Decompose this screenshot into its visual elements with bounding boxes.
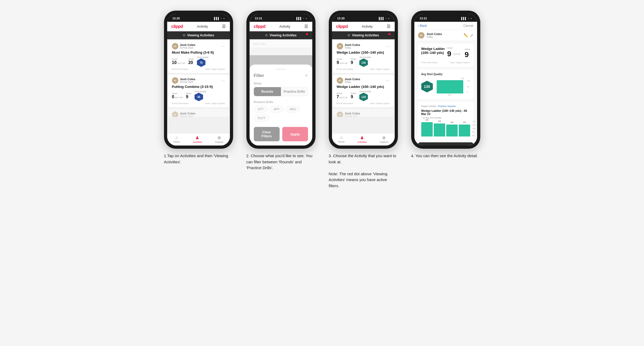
phone-1-frame: 13:20 ▐▐▐ 🔹 ▪ clippd Activity ☰ ⚙ (164, 11, 233, 149)
viewing-activities-bar-3[interactable]: ⚙ Viewing Activities (332, 31, 395, 39)
score-value-3-1: 9 OUT OF (337, 60, 348, 65)
shots-label-3-1: Shots (351, 58, 356, 60)
nav-home-1[interactable]: ⌂ Home (174, 135, 180, 143)
more-icon-1-2[interactable]: ··· (221, 78, 225, 83)
signal-icon-2: ▐▐▐ (296, 17, 301, 20)
practice-drills-toggle-button[interactable]: Practice Drills (281, 87, 308, 96)
partial-card-2: Josh Coles (251, 40, 311, 48)
viewing-activities-bar-1[interactable]: ⚙ Viewing Activities (167, 31, 230, 39)
chart-y-labels-4: 140 120 100 80 60 (472, 121, 475, 136)
close-filter-button[interactable]: ✕ (305, 73, 308, 78)
viewing-activities-label-3: Viewing Activities (352, 33, 379, 37)
nav-activities-3[interactable]: ♟ Activities (357, 135, 367, 143)
chart-title-4: Wedge Ladder (100–140 yds) - 06 Mar 23 (421, 109, 470, 116)
chip-app[interactable]: APP (270, 106, 284, 113)
user-name-4: Josh Coles (427, 32, 442, 36)
nav-capture-1[interactable]: ⊕ Capture (215, 135, 223, 143)
background-content-2: Josh Coles Filter ✕ Show Rounds (250, 39, 312, 146)
back-button-4[interactable]: ‹ Back (418, 24, 427, 28)
sq-label-3-2: Shot Quality (359, 90, 371, 93)
chart-bar-1-4: 132 (421, 122, 433, 136)
home-label-1: Home (174, 140, 180, 143)
menu-icon-1[interactable]: ☰ (222, 24, 226, 29)
cancel-button-4[interactable]: Cancel (463, 24, 473, 28)
score-block-3-1: Score 9 OUT OF (337, 58, 348, 65)
chip-arg[interactable]: ARG (286, 106, 300, 113)
app-header-3: clippd Activity ☰ (332, 22, 395, 31)
nav-home-3[interactable]: ⌂ Home (338, 135, 345, 143)
rounds-toggle-button[interactable]: Rounds (254, 87, 281, 96)
shots-label-1-2: Shots (186, 92, 191, 95)
chip-ott[interactable]: OTT (254, 106, 268, 113)
activity-list-1: JC Josh Coles 28 Feb 2023 ··· Must Make … (167, 39, 230, 133)
user-date-1-2: 28 Feb 2023 (180, 81, 196, 83)
activity-card-1-2[interactable]: JC Josh Coles 28 Feb 2023 ··· Putting Co… (168, 75, 229, 107)
apply-filter-button[interactable]: Apply (282, 127, 308, 141)
avg-sq-section-4: Avg Shot Quality 130 130 APP (418, 70, 473, 99)
chart-subtitle-4: ···▲ Avg Shot Quality (421, 117, 470, 119)
menu-icon-3[interactable]: ☰ (387, 24, 390, 29)
viewing-activities-label-2: Viewing Activities (270, 33, 296, 37)
chart-y-4: 100 50 0 (467, 80, 470, 93)
status-time-4: 13:21 (420, 17, 427, 20)
more-icon-1-1[interactable]: ··· (221, 44, 225, 48)
chart-bar-3-4: 124 (446, 125, 458, 136)
score-label-3-1: Score (337, 58, 348, 60)
header-title-1: Activity (197, 24, 208, 28)
menu-icon-2[interactable]: ☰ (304, 24, 308, 29)
filter-sheet-2: Filter ✕ Show Rounds Practice Drills Pra… (250, 65, 312, 146)
activity-card-3-2[interactable]: JC Josh Coles Today ··· Wedge Ladder (10… (333, 75, 394, 107)
detail-user-row-4: JC Josh Coles Today ✏️ ⤢ (414, 30, 477, 41)
nav-activities-1[interactable]: ♟ Activities (193, 135, 202, 143)
shot-quality-hex-3-2: 118 (359, 93, 368, 101)
battery-icon-4: ▪ (471, 17, 472, 20)
user-name-3-2: Josh Coles (345, 78, 360, 81)
activity-list-3: JC Josh Coles Today ··· Wedge Ladder (10… (332, 39, 395, 133)
phone-4-frame: 13:21 ▐▐▐ 🔹 ▪ ‹ Back Cancel JC (411, 11, 480, 149)
detail-footer-4: ℹ Test Information Data: Clippd Capture (421, 61, 470, 64)
viewing-activities-label-1: Viewing Activities (187, 33, 214, 37)
expand-icon-4[interactable]: ⤢ (470, 33, 473, 37)
edit-icon-4[interactable]: ✏️ (464, 33, 468, 37)
notch-3 (351, 16, 372, 21)
detail-content-4: Wedge Ladder(100–140 yds) Score 9 OUT OF (414, 41, 477, 146)
score-block-1-1: Score 10 OUT OF (172, 58, 185, 65)
more-icon-3-2[interactable]: ··· (386, 78, 390, 83)
chart-bar-4-4: 124 → (459, 125, 470, 136)
filter-actions-2: Clear Filters Apply (254, 127, 308, 141)
big-score-4: 9 (447, 50, 451, 58)
status-time-1: 13:20 (172, 17, 180, 20)
viewing-activities-bar-2[interactable]: ⚙ Viewing Activities (250, 31, 312, 39)
activity-card-1-3: JC Josh Coles 28 Feb 2023 (168, 109, 229, 117)
status-icons-1: ▐▐▐ 🔹 ▪ (213, 17, 225, 20)
detail-action-icons-4: ✏️ ⤢ (464, 33, 473, 37)
score-value-3-2: 7 OUT OF (337, 95, 348, 99)
avatar-1-1: JC (172, 43, 178, 49)
activity-card-3-3: JC Josh Coles 28 Feb 2023 (333, 109, 394, 117)
header-title-2: Activity (279, 24, 290, 28)
score-label-1-1: Score (172, 58, 185, 60)
footer-info-left-1-2: ℹ Test Information (172, 102, 189, 105)
capture-label-1: Capture (215, 141, 223, 143)
score-value-1-2: 0 OUT OF (172, 95, 183, 99)
back-activities-button-4[interactable]: Back to Activities (418, 142, 473, 146)
more-icon-3-1[interactable]: ··· (386, 44, 390, 48)
wifi-icon-2: 🔹 (302, 17, 305, 20)
user-name-1-1: Josh Coles (180, 43, 196, 46)
user-date-1-3: 28 Feb 2023 (180, 115, 196, 117)
activity-card-1-1[interactable]: JC Josh Coles 28 Feb 2023 ··· Must Make … (168, 40, 229, 73)
main-chart-4: 140 120 100 80 60 132 129 (421, 121, 470, 136)
chip-putt[interactable]: PUTT (254, 115, 270, 122)
shot-quality-hex-1-1: 75 (197, 58, 205, 67)
app-header-1: clippd Activity ☰ (167, 22, 230, 31)
status-bar-1: 13:20 ▐▐▐ 🔹 ▪ (167, 14, 230, 22)
activity-card-3-1[interactable]: JC Josh Coles Today ··· Wedge Ladder (10… (333, 40, 394, 73)
user-info-1-3: JC Josh Coles 28 Feb 2023 (172, 112, 196, 117)
detail-drill-title-4: Wedge Ladder(100–140 yds) (421, 47, 445, 55)
activities-label-3: Activities (357, 141, 367, 143)
clear-filters-button[interactable]: Clear Filters (254, 127, 280, 141)
shots-block-1-1: Shots 20 (188, 58, 193, 65)
filter-title-2: Filter (254, 73, 264, 78)
caption-1: 1.Tap on Activities and then 'Viewing Ac… (164, 153, 233, 165)
nav-capture-3[interactable]: ⊕ Capture (380, 135, 388, 143)
